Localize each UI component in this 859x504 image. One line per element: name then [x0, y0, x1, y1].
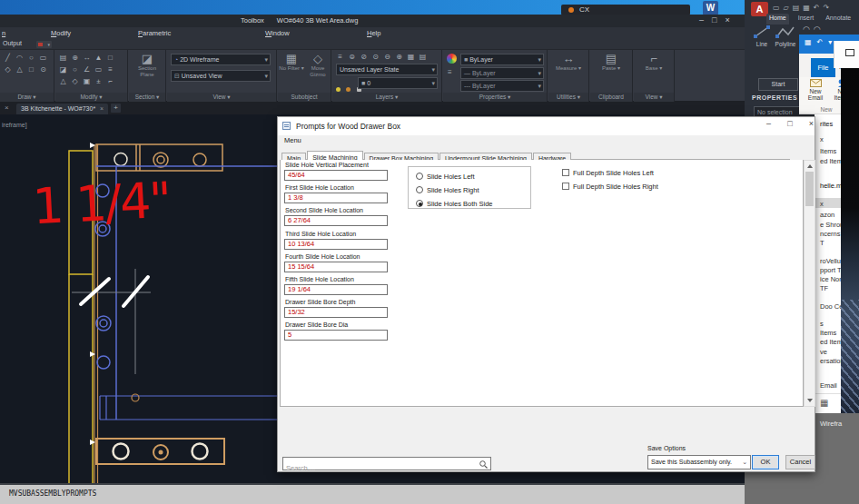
- layer-on-icon[interactable]: [336, 87, 341, 92]
- ribbon-tool-icon[interactable]: ⊖: [381, 51, 393, 63]
- ribbon-tool-icon[interactable]: ⊙: [37, 64, 49, 75]
- ribbon-tab-annotate[interactable]: Annotate: [823, 14, 854, 25]
- doc-tab[interactable]: 3B Kitchenette - WO#730*×: [16, 104, 108, 114]
- ribbon-tool-icon[interactable]: ╱: [2, 52, 14, 64]
- cancel-button[interactable]: Cancel: [785, 455, 815, 469]
- folder-item[interactable]: pport T: [820, 266, 842, 274]
- ribbon-tool-icon[interactable]: □: [104, 52, 116, 64]
- qat-icon[interactable]: ↶: [814, 4, 820, 12]
- panel-label-view[interactable]: View ▾: [167, 93, 276, 102]
- ribbon-tool-icon[interactable]: ≡: [104, 64, 116, 75]
- radio-icon[interactable]: [416, 200, 423, 207]
- ribbon-tool-icon[interactable]: ≡: [334, 51, 346, 63]
- calendar-icon[interactable]: ▦: [820, 399, 828, 408]
- panel-label-section[interactable]: Section ▾: [129, 93, 165, 102]
- ribbon-tool-icon[interactable]: ◠: [14, 52, 25, 64]
- new-tab-button[interactable]: +: [111, 104, 121, 113]
- ribbon-tool-icon[interactable]: ◇: [69, 75, 81, 87]
- dialog-close-button[interactable]: ×: [809, 119, 814, 128]
- no-filter-button[interactable]: ▦ No Filter ▾: [279, 53, 304, 72]
- ribbon-tool-icon[interactable]: ▲: [93, 52, 104, 64]
- measure-button[interactable]: ↔ Measure ▾: [551, 53, 586, 72]
- folder-item[interactable]: Email: [820, 381, 837, 390]
- field-input-third-slide-hole-location[interactable]: 10 13/64: [284, 239, 388, 250]
- toolbox-titlebar[interactable]: ToolboxWO#640 3B Wet Area.dwg: [0, 15, 745, 27]
- ribbon-tool-icon[interactable]: ◇: [2, 64, 14, 75]
- scroll-up-icon[interactable]: [807, 164, 813, 168]
- field-input-drawer-slide-bore-depth[interactable]: 15/32: [284, 307, 388, 318]
- ribbon-tool-icon[interactable]: ▭: [37, 52, 49, 64]
- ribbon-tool-icon[interactable]: ⊕: [393, 51, 405, 63]
- save-options-select[interactable]: Save this Subassembly only.⌄: [647, 455, 751, 469]
- folder-item[interactable]: ed Item: [820, 157, 843, 165]
- panel-label-draw[interactable]: Draw ▾: [0, 93, 54, 102]
- panel-label-modify[interactable]: Modify ▾: [55, 93, 127, 102]
- ribbon-tool-icon[interactable]: △: [57, 75, 69, 87]
- folder-item[interactable]: Doo Ce: [820, 302, 843, 311]
- qat-icon[interactable]: ▤: [793, 4, 800, 12]
- radio-slide-holes-right[interactable]: Slide Holes Right: [416, 186, 479, 194]
- radio-icon[interactable]: [416, 173, 423, 180]
- send-receive-icon[interactable]: ▦: [805, 38, 812, 54]
- linetype-dropdown[interactable]: --- ByLayer▾: [460, 80, 544, 92]
- ribbon-tool-icon[interactable]: △: [14, 64, 25, 75]
- checkbox-full-depth-slide-holes-left[interactable]: Full Depth Slide Holes Left: [562, 169, 654, 177]
- color-wheel-icon[interactable]: [447, 54, 457, 64]
- word-app-icon[interactable]: W: [703, 1, 718, 15]
- layer-dropdown[interactable]: ■ 0▾: [358, 77, 438, 89]
- folder-item[interactable]: Items: [820, 147, 836, 155]
- qat-icon[interactable]: ▦: [803, 4, 810, 12]
- dialog-minimize-button[interactable]: –: [766, 119, 771, 128]
- ribbon-tab-insert[interactable]: Insert: [795, 14, 817, 25]
- minimize-button[interactable]: –: [699, 15, 704, 25]
- ribbon-tool-icon[interactable]: ⊜: [346, 51, 358, 63]
- folder-item[interactable]: ice Non: [820, 275, 843, 283]
- ribbon-tool-icon[interactable]: ⊘: [358, 51, 370, 63]
- radio-icon[interactable]: [416, 186, 423, 193]
- start-tab[interactable]: Start: [758, 78, 798, 91]
- folder-item[interactable]: rites: [820, 120, 833, 128]
- field-input-slide-hole-vertical-placement[interactable]: 45/64: [284, 170, 388, 181]
- ribbon-tool-icon[interactable]: ○: [25, 52, 37, 64]
- folder-item[interactable]: ncerns: [820, 230, 841, 238]
- ribbon-tool-icon[interactable]: ▦: [405, 51, 417, 63]
- polyline-tool-icon[interactable]: [775, 25, 795, 38]
- folder-item[interactable]: x: [820, 135, 824, 143]
- polyline-tool-label[interactable]: Polyline: [772, 41, 799, 47]
- folder-item[interactable]: s: [820, 320, 824, 328]
- ribbon-tool-icon[interactable]: ▤: [417, 51, 429, 63]
- folder-item[interactable]: Items: [820, 329, 836, 337]
- panel-label-clipboard[interactable]: Clipboard: [590, 93, 632, 102]
- scrollbar-thumb[interactable]: [805, 172, 814, 206]
- panel-label-properties[interactable]: Properties ▾: [443, 93, 547, 102]
- dialog-titlebar[interactable]: Prompts for Wood Drawer Box – □ ×: [278, 117, 815, 135]
- ribbon-tool-icon[interactable]: ±: [93, 75, 104, 87]
- folder-item[interactable]: TF: [820, 284, 828, 292]
- tab-close-icon[interactable]: ×: [100, 105, 104, 112]
- layer-freeze-icon[interactable]: [346, 87, 351, 92]
- line-tool-label[interactable]: Line: [752, 41, 772, 47]
- ribbon-tab-home[interactable]: Home: [766, 14, 789, 25]
- ribbon-tool-icon[interactable]: □: [25, 64, 37, 75]
- qat-icon[interactable]: ▱: [784, 4, 789, 12]
- field-input-second-slide-hole-location[interactable]: 6 27/64: [284, 215, 388, 226]
- menu-modify[interactable]: Modify: [51, 29, 71, 37]
- menu-window[interactable]: Window: [265, 29, 290, 37]
- base-button[interactable]: ⌐ Base ▾: [637, 53, 670, 72]
- tab-overflow-icon[interactable]: ×: [5, 104, 9, 112]
- dialog-menu-item[interactable]: Menu: [284, 136, 301, 144]
- checkbox-full-depth-slide-holes-right[interactable]: Full Depth Slide Holes Right: [562, 183, 658, 191]
- folder-item[interactable]: ve: [820, 348, 827, 356]
- search-input[interactable]: [283, 462, 474, 474]
- ribbon-tool-icon[interactable]: ↔: [81, 52, 93, 64]
- move-gizmo-button[interactable]: ◇ Move Gizmo: [305, 53, 331, 78]
- paste-button[interactable]: ▤ Paste ▾: [594, 53, 628, 72]
- layer-state-dropdown[interactable]: Unsaved Layer State▾: [336, 64, 438, 75]
- viewport-label[interactable]: ireframe]: [2, 122, 27, 129]
- maximize-button[interactable]: □: [712, 15, 716, 25]
- menu-parametric[interactable]: Parametric: [138, 29, 171, 37]
- ribbon-tool-icon[interactable]: ⊙: [370, 51, 381, 63]
- outlook-file-tab[interactable]: File: [811, 58, 835, 77]
- view-name-dropdown[interactable]: ⊟ Unsaved View▾: [171, 70, 271, 82]
- checkbox-icon[interactable]: [562, 183, 569, 190]
